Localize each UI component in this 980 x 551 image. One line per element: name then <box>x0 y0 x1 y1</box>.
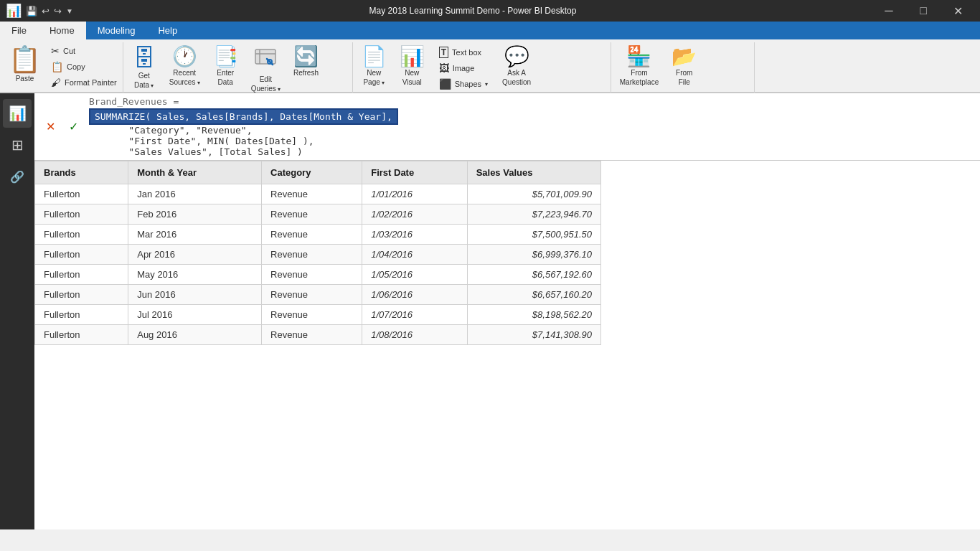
formula-selected-line[interactable]: SUMMARIZE( Sales, Sales[Brands], Dates[M… <box>89 108 398 125</box>
cell-brand[interactable]: Fullerton <box>35 265 128 285</box>
window-controls[interactable]: ─ □ ✕ <box>872 0 974 22</box>
cell-sales-values[interactable]: $7,500,951.50 <box>467 225 600 245</box>
cell-first-date[interactable]: 1/06/2016 <box>362 285 467 305</box>
from-file-button[interactable]: 📂 FromFile <box>666 44 702 90</box>
column-header-brands[interactable]: Brands <box>35 161 128 184</box>
cell-brand[interactable]: Fullerton <box>35 285 128 305</box>
cell-brand[interactable]: Fullerton <box>35 325 128 345</box>
cell-sales-values[interactable]: $7,141,308.90 <box>467 325 600 345</box>
formula-content: Brand_Revenues = SUMMARIZE( Sales, Sales… <box>89 96 974 157</box>
cell-sales-values[interactable]: $8,198,562.20 <box>467 305 600 325</box>
main-content: 📊 ⊞ 🔗 ✕ ✓ Brand_Revenues = SUMMARIZE( Sa… <box>0 93 980 529</box>
cut-label: Cut <box>63 47 75 55</box>
customize-icon[interactable]: ▼ <box>66 7 73 15</box>
cell-month[interactable]: Jul 2016 <box>128 305 262 325</box>
image-button[interactable]: 🖼 Image <box>436 61 491 75</box>
cell-brand[interactable]: Fullerton <box>35 305 128 325</box>
cell-month[interactable]: Apr 2016 <box>128 245 262 265</box>
format-painter-button[interactable]: 🖌 Format Painter <box>48 75 120 90</box>
data-view-icon: ⊞ <box>11 136 24 154</box>
insert-side-buttons: T Text box 🖼 Image ⬛ Shapes ▾ <box>432 44 495 93</box>
refresh-label: Refresh <box>293 68 319 77</box>
cell-month[interactable]: May 2016 <box>128 265 262 285</box>
column-header-sales-values[interactable]: Sales Values <box>467 161 600 184</box>
sidebar-item-data[interactable]: ⊞ <box>3 131 32 159</box>
cell-sales-values[interactable]: $7,223,946.70 <box>467 204 600 225</box>
cell-brand[interactable]: Fullerton <box>35 225 128 245</box>
cell-sales-values[interactable]: $6,999,376.10 <box>467 245 600 265</box>
from-marketplace-button[interactable]: 🏪 FromMarketplace <box>614 44 664 90</box>
save-icon[interactable]: 💾 <box>26 6 37 17</box>
cell-first-date[interactable]: 1/05/2016 <box>362 265 467 285</box>
recent-sources-button[interactable]: 🕐 RecentSources <box>164 44 206 90</box>
cell-first-date[interactable]: 1/08/2016 <box>362 325 467 345</box>
cell-month[interactable]: Jun 2016 <box>128 285 262 305</box>
cell-brand[interactable]: Fullerton <box>35 245 128 265</box>
text-box-button[interactable]: T Text box <box>436 45 491 60</box>
sidebar-item-relationships[interactable]: 🔗 <box>3 162 32 191</box>
cell-month[interactable]: Aug 2016 <box>128 325 262 345</box>
cell-brand[interactable]: Fullerton <box>35 184 128 204</box>
cell-month[interactable]: Jan 2016 <box>128 184 262 204</box>
cell-category[interactable]: Revenue <box>262 265 362 285</box>
new-visual-icon: 📊 <box>400 47 425 67</box>
cell-first-date[interactable]: 1/01/2016 <box>362 184 467 204</box>
cell-sales-values[interactable]: $6,567,192.60 <box>467 265 600 285</box>
ask-question-button[interactable]: 💬 Ask AQuestion <box>496 44 537 90</box>
table-row: Fullerton Apr 2016 Revenue 1/04/2016 $6,… <box>35 245 601 265</box>
minimize-button[interactable]: ─ <box>872 0 905 22</box>
cell-month[interactable]: Feb 2016 <box>128 204 262 225</box>
maximize-button[interactable]: □ <box>907 0 940 22</box>
enter-data-button[interactable]: 📑 EnterData <box>207 44 244 90</box>
new-visual-button[interactable]: 📊 NewVisual <box>394 44 430 90</box>
column-header-first-date[interactable]: First Date <box>362 161 467 184</box>
table-row: Fullerton Aug 2016 Revenue 1/08/2016 $7,… <box>35 325 601 345</box>
cell-brand[interactable]: Fullerton <box>35 204 128 225</box>
cell-category[interactable]: Revenue <box>262 325 362 345</box>
title-bar-icons[interactable]: 📊 💾 ↩ ↪ ▼ <box>6 3 73 19</box>
cell-first-date[interactable]: 1/03/2016 <box>362 225 467 245</box>
shapes-icon: ⬛ <box>439 78 451 90</box>
cell-category[interactable]: Revenue <box>262 305 362 325</box>
cell-category[interactable]: Revenue <box>262 184 362 204</box>
get-data-button[interactable]: 🗄 GetData <box>126 44 162 93</box>
refresh-button[interactable]: 🔄 Refresh <box>288 44 324 80</box>
redo-icon[interactable]: ↪ <box>54 6 62 17</box>
data-table-container: Brands Month & Year Category First Date … <box>34 161 980 529</box>
tab-file[interactable]: File <box>0 22 38 39</box>
sidebar-item-report[interactable]: 📊 <box>3 99 32 128</box>
formula-confirm-button[interactable]: ✓ <box>63 117 83 137</box>
shapes-dropdown-icon: ▾ <box>485 81 488 88</box>
edit-queries-button[interactable]: EditQueries <box>245 44 286 96</box>
table-header-row: Brands Month & Year Category First Date … <box>35 161 601 184</box>
formula-cancel-button[interactable]: ✕ <box>40 117 60 137</box>
table-row: Fullerton Feb 2016 Revenue 1/02/2016 $7,… <box>35 204 601 225</box>
cell-first-date[interactable]: 1/04/2016 <box>362 245 467 265</box>
cell-sales-values[interactable]: $5,701,009.90 <box>467 184 600 204</box>
cell-month[interactable]: Mar 2016 <box>128 225 262 245</box>
edit-queries-label: EditQueries <box>251 75 281 93</box>
cell-category[interactable]: Revenue <box>262 285 362 305</box>
from-file-icon: 📂 <box>672 47 697 67</box>
cell-category[interactable]: Revenue <box>262 225 362 245</box>
tab-help[interactable]: Help <box>146 22 189 39</box>
cut-button[interactable]: ✂ Cut <box>48 44 120 58</box>
cell-first-date[interactable]: 1/02/2016 <box>362 204 467 225</box>
report-view-icon: 📊 <box>9 105 27 122</box>
paste-button[interactable]: 📋 Paste <box>3 44 47 86</box>
shapes-button[interactable]: ⬛ Shapes ▾ <box>436 77 491 91</box>
canvas-area: ✕ ✓ Brand_Revenues = SUMMARIZE( Sales, S… <box>34 93 980 529</box>
column-header-category[interactable]: Category <box>262 161 362 184</box>
new-page-button[interactable]: 📄 NewPage <box>356 44 392 90</box>
clipboard-small-buttons: ✂ Cut 📋 Copy 🖌 Format Painter <box>48 44 120 90</box>
copy-button[interactable]: 📋 Copy <box>48 60 120 74</box>
cell-sales-values[interactable]: $6,657,160.20 <box>467 285 600 305</box>
tab-modeling[interactable]: Modeling <box>86 22 147 39</box>
cell-first-date[interactable]: 1/07/2016 <box>362 305 467 325</box>
column-header-month-year[interactable]: Month & Year <box>128 161 262 184</box>
cell-category[interactable]: Revenue <box>262 245 362 265</box>
undo-icon[interactable]: ↩ <box>42 6 50 17</box>
cell-category[interactable]: Revenue <box>262 204 362 225</box>
close-button[interactable]: ✕ <box>941 0 974 22</box>
tab-home[interactable]: Home <box>38 22 86 39</box>
